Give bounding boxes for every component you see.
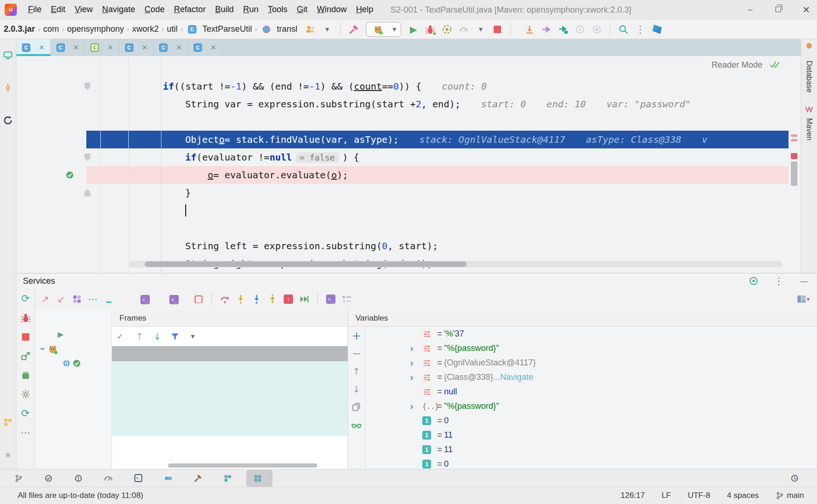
breadcrumb-item[interactable]: com xyxy=(41,24,61,34)
settings-icon[interactable] xyxy=(19,388,32,401)
ide-feature-icon[interactable] xyxy=(650,22,664,36)
remove-watch-icon[interactable]: − xyxy=(350,347,363,360)
duplicate-icon[interactable] xyxy=(350,400,363,413)
code-line-content[interactable]: o = evaluator.evaluate(o); xyxy=(86,166,789,184)
variable-row-asType[interactable]: ›={Class@338} ... Navigate xyxy=(410,370,817,385)
services-tab-tomcat-localhost-log[interactable]: >_ xyxy=(134,290,160,308)
breadcrumb-item[interactable]: opensymphony xyxy=(65,24,126,34)
editor-gutter[interactable] xyxy=(16,77,86,95)
thread-selector[interactable]: ✓↑↓▾ xyxy=(112,327,348,346)
variable-row-result[interactable]: ›{..}="%{password}" xyxy=(410,399,817,413)
frame-row[interactable] xyxy=(112,436,348,451)
run-icon[interactable]: ▶ xyxy=(406,22,420,36)
editor-gutter[interactable] xyxy=(16,148,86,166)
variable-row-open[interactable]: ='%' 37 xyxy=(410,327,817,341)
profiler-icon[interactable] xyxy=(457,22,471,36)
code-line[interactable] xyxy=(16,202,789,219)
breakpoint-hit-icon[interactable] xyxy=(65,171,74,180)
show-values-icon[interactable] xyxy=(350,418,363,431)
code-line-content[interactable]: String var = expression.substring(start … xyxy=(86,95,789,113)
more-horizontal-icon[interactable]: ⋯ xyxy=(19,426,32,439)
sidebar-item-project[interactable] xyxy=(1,45,14,62)
hide-icon[interactable]: — xyxy=(797,274,810,287)
breadcrumb-item[interactable]: util xyxy=(165,24,180,34)
variable-row-x[interactable]: 1=11 xyxy=(410,442,817,457)
tree-item-s2-001[interactable] xyxy=(35,356,112,371)
toolwindow-button-git[interactable] xyxy=(7,470,34,487)
code-line[interactable]: } xyxy=(16,184,789,202)
view-options-icon[interactable] xyxy=(340,293,353,306)
rerun-icon[interactable]: ⟳ xyxy=(19,292,32,305)
history-icon[interactable] xyxy=(573,22,587,36)
layout-icon[interactable]: ▾ xyxy=(793,293,813,306)
menu-item-navigate[interactable]: Navigate xyxy=(98,3,140,16)
editor-gutter[interactable] xyxy=(16,60,86,77)
more-blue-icon[interactable]: ⋯ xyxy=(86,293,99,306)
menu-item-refactor[interactable]: Refactor xyxy=(169,3,210,16)
toolwindow-button-event-log[interactable] xyxy=(783,470,810,487)
tab-uibean-class[interactable]: C✕ xyxy=(85,39,119,56)
code-line[interactable]: if (evaluator != null= false ) { xyxy=(16,148,789,166)
code-line[interactable] xyxy=(16,60,789,77)
toolwindow-button-todo[interactable] xyxy=(37,470,63,487)
step-over-icon[interactable] xyxy=(218,293,231,306)
toolwindow-button-dependencies[interactable] xyxy=(216,470,243,487)
menu-item-run[interactable]: Run xyxy=(238,3,263,16)
editor-gutter[interactable] xyxy=(16,131,86,148)
close-icon[interactable]: ✕ xyxy=(210,43,216,52)
variable-row-evaluator[interactable]: =null xyxy=(410,385,817,399)
variable-row-expression[interactable]: ›="%{password}" xyxy=(410,341,817,356)
dropdown-arrow-icon[interactable]: ▾ xyxy=(186,330,199,343)
deploy-icon[interactable] xyxy=(19,369,32,382)
notifications-icon[interactable] xyxy=(806,43,812,49)
code-line[interactable]: o = evaluator.evaluate(o); xyxy=(16,166,789,184)
stop-icon[interactable] xyxy=(490,22,504,36)
tab-ognlvaluestack-java[interactable]: C✕ xyxy=(154,39,188,56)
menu-item-window[interactable]: Window xyxy=(312,3,351,16)
debug-icon[interactable] xyxy=(423,22,437,36)
more-vertical-icon[interactable]: ⋮ xyxy=(633,22,647,36)
sidebar-item-pull-requests[interactable] xyxy=(1,110,14,127)
breadcrumb-item[interactable]: 2.0.3.jar xyxy=(2,24,37,34)
stop-icon[interactable] xyxy=(19,330,32,343)
tab-parametersinterceptor-java[interactable]: C✕ xyxy=(188,39,223,56)
code-line[interactable]: String var = expression.substring(start … xyxy=(16,95,789,113)
close-button[interactable]: ✕ xyxy=(799,4,813,15)
filter-icon[interactable] xyxy=(168,330,182,343)
code-line-content[interactable] xyxy=(86,113,789,131)
up-arrow-icon[interactable]: ↑ xyxy=(133,330,146,343)
dropdown-arrow-icon[interactable]: ▾ xyxy=(320,22,334,36)
search-icon[interactable] xyxy=(616,22,630,36)
tree-item-tomcat-8-5-[interactable]: › xyxy=(35,342,112,356)
step-into-icon[interactable] xyxy=(234,293,247,306)
menu-item-help[interactable]: Help xyxy=(351,3,378,16)
rollback-icon[interactable] xyxy=(590,22,604,36)
step-out-icon[interactable] xyxy=(266,293,279,306)
code-line[interactable] xyxy=(16,113,789,131)
frame-row[interactable] xyxy=(112,361,348,376)
reader-mode-link[interactable]: Reader Mode xyxy=(712,60,762,70)
toolwindow-button-terminal[interactable]: >_ xyxy=(127,470,153,487)
code-line[interactable]: String left = expression.substring(0, st… xyxy=(16,237,789,255)
frame-row[interactable] xyxy=(112,406,348,421)
indent-widget[interactable]: 4 spaces xyxy=(727,491,759,500)
collapse-arrow-icon[interactable]: ↙ xyxy=(55,293,68,306)
sidebar-item-database[interactable]: Database xyxy=(805,61,813,93)
editor-horizontal-scrollbar[interactable] xyxy=(128,261,782,267)
move-up-icon[interactable]: ↑ xyxy=(350,365,363,378)
run-to-cursor-icon[interactable] xyxy=(298,293,311,306)
code-line[interactable]: Object o = stack.findValue(var, asType);… xyxy=(16,131,789,148)
encoding-widget[interactable]: UTF-8 xyxy=(688,491,710,500)
code-line-content[interactable]: } xyxy=(86,184,789,202)
collaborators-icon[interactable] xyxy=(303,22,317,36)
tab-xworkconverter-java[interactable]: C✕ xyxy=(119,39,154,56)
close-icon[interactable]: ✕ xyxy=(73,43,79,52)
chevron-right-icon[interactable]: › xyxy=(410,357,422,368)
drop-frame-icon[interactable]: ↑ xyxy=(282,293,295,306)
frame-row[interactable] xyxy=(112,391,348,406)
code-line-content[interactable] xyxy=(86,219,789,237)
chevron-right-icon[interactable]: › xyxy=(410,343,422,354)
code-line[interactable] xyxy=(16,219,789,237)
code-line-content[interactable]: if (evaluator != null= false ) { xyxy=(86,148,789,166)
variable-row-start[interactable]: 1=0 xyxy=(410,413,817,428)
